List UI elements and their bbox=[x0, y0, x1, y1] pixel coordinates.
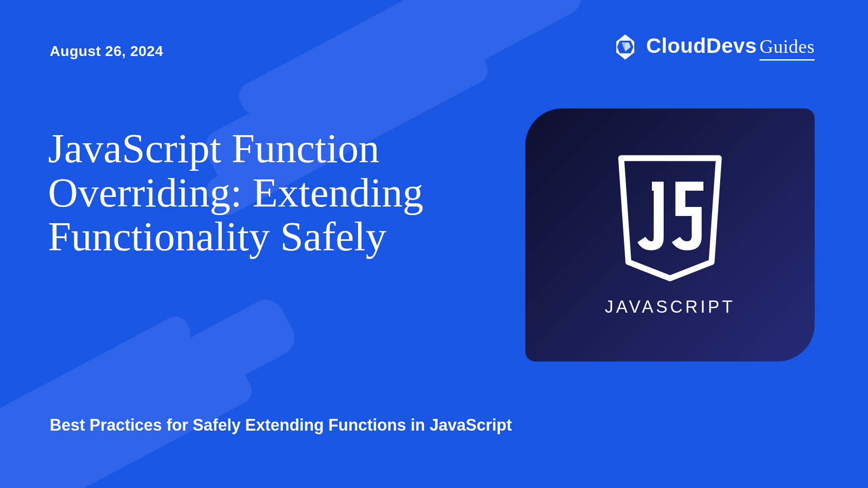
page-subtitle: Best Practices for Safely Extending Func… bbox=[50, 416, 512, 435]
brand-icon bbox=[611, 33, 640, 61]
javascript-shield-icon bbox=[611, 154, 729, 285]
brand-name-suffix: Guides bbox=[760, 36, 815, 61]
publish-date: August 26, 2024 bbox=[50, 43, 163, 60]
feature-card: JAVASCRIPT bbox=[525, 108, 815, 361]
card-label: JAVASCRIPT bbox=[605, 297, 736, 317]
page-title: JavaScript Function Overriding: Extendin… bbox=[48, 127, 482, 259]
brand-logo: CloudDevs Guides bbox=[611, 33, 815, 61]
brand-name: CloudDevs Guides bbox=[646, 33, 815, 61]
brush-decoration-2 bbox=[0, 293, 301, 488]
brand-name-main: CloudDevs bbox=[646, 33, 757, 58]
